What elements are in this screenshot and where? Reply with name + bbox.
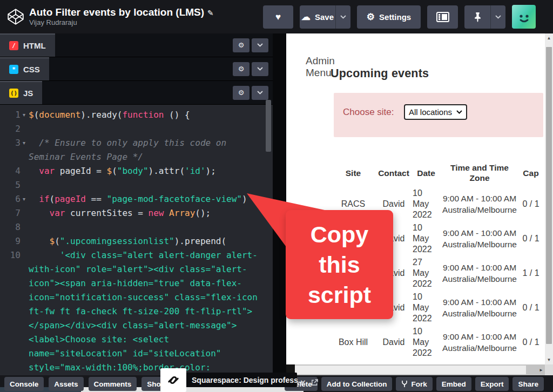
time-cell: 9:00 AM - 10:00 AMAustralia/Melbourne [442, 227, 517, 250]
contact-cell: David [377, 337, 410, 347]
column-header: Cap [517, 168, 544, 178]
embed-button[interactable]: Embed [436, 377, 471, 391]
code-line[interactable]: 3▾ /* Ensure to only apply this code on … [0, 136, 273, 164]
add-to-collection-button[interactable]: Add to Collection [321, 377, 393, 391]
fold-gutter [21, 248, 28, 375]
pin-button[interactable] [464, 5, 490, 29]
close-ad-icon[interactable]: × [300, 378, 306, 387]
fork-button[interactable]: Fork [396, 377, 432, 391]
fold-gutter [21, 178, 28, 192]
fold-gutter [21, 234, 28, 248]
choose-site-label: Choose site: [343, 107, 394, 118]
pin-dropdown-button[interactable] [490, 5, 505, 29]
css-icon: * [9, 65, 18, 74]
tab-html[interactable]: / HTML [0, 33, 55, 57]
line-number: 4 [0, 164, 21, 178]
date-cell: 27May2022 [410, 257, 442, 289]
editor-scrollbar-thumb[interactable] [266, 100, 271, 152]
time-cell: 9:00 AM - 10:00 AMAustralia/Melbourne [442, 193, 517, 215]
chevron-down-icon [340, 15, 346, 19]
code-line[interactable]: 5 [0, 178, 273, 192]
header-bar: Auto Filter events by location (LMS)✎ Vi… [0, 0, 553, 33]
fold-arrow-icon[interactable]: ▾ [21, 136, 28, 164]
code-line[interactable]: 10 '<div class="alert alert-danger alert… [0, 248, 273, 375]
code-line[interactable]: 8 [0, 220, 273, 234]
save-button[interactable]: ☁Save [300, 5, 335, 29]
contact-cell: David [377, 199, 410, 209]
date-cell: 10May2022 [410, 222, 442, 255]
column-header: Time and Time Zone [442, 163, 517, 183]
ad-controls: × [300, 375, 318, 390]
edit-title-pencil-icon[interactable]: ✎ [207, 9, 214, 17]
site-cell: Box Hill [329, 337, 377, 347]
header-actions: ♥ ☁Save ⚙Settings [263, 5, 536, 29]
like-button[interactable]: ♥ [263, 5, 293, 29]
settings-button[interactable]: ⚙Settings [357, 5, 421, 29]
code-text: var pageId = $("body").attr('id'); [28, 164, 273, 178]
console-button[interactable]: Console [4, 377, 44, 391]
line-number: 9 [0, 234, 21, 248]
squarespace-ad-tab[interactable] [160, 368, 186, 392]
js-code-editor[interactable]: 1▾$(document).ready(function () {23▾ /* … [0, 105, 273, 375]
pen-title: Auto Filter events by location (LMS) [29, 6, 204, 18]
fold-gutter [21, 164, 28, 178]
codepen-logo-icon[interactable] [5, 6, 26, 28]
export-button[interactable]: Export [475, 377, 509, 391]
css-expand-chevron-icon[interactable] [252, 62, 268, 76]
html-editor-row: / HTML ⚙ [0, 33, 273, 57]
code-line[interactable]: 2 [0, 122, 273, 136]
bottom-bar: ConsoleAssetsCommentsShortcuts Squarespa… [0, 375, 553, 392]
scroll-up-arrow-icon[interactable]: ▲ [545, 33, 553, 43]
preview-vertical-scrollbar[interactable]: ▲ ▼ [545, 33, 553, 364]
bottom-right-buttons: DeleteAdd to CollectionForkEmbedExportSh… [285, 377, 544, 391]
code-line[interactable]: 6▾ if(pageId == "page-mod-facetoface-vie… [0, 192, 273, 206]
pin-button-group [464, 5, 505, 29]
callout-text: this [319, 249, 360, 280]
fold-arrow-icon[interactable]: ▾ [21, 192, 28, 206]
smiley-face-icon [512, 5, 536, 29]
select-chevron-icon [456, 110, 462, 114]
callout-text: script [308, 280, 371, 310]
fold-arrow-icon[interactable]: ▾ [21, 108, 28, 122]
squarespace-ad-link[interactable]: Squarespace: Design profess... [186, 373, 297, 387]
html-settings-gear-icon[interactable]: ⚙ [233, 38, 249, 52]
pushpin-icon [474, 12, 482, 22]
css-editor-row: * CSS ⚙ [0, 57, 273, 81]
location-select[interactable]: All locations [404, 104, 467, 120]
save-dropdown-button[interactable] [335, 5, 350, 29]
scroll-right-arrow-icon[interactable]: ► [539, 364, 543, 375]
code-text [28, 122, 273, 136]
js-settings-gear-icon[interactable]: ⚙ [233, 86, 249, 100]
code-text [28, 220, 273, 234]
share-button[interactable]: Share [512, 377, 544, 391]
events-table-header: SiteContactDateTime and Time ZoneCap [329, 159, 544, 187]
preview-horizontal-scrollbar[interactable]: ► [286, 364, 553, 375]
assets-button[interactable]: Assets [49, 377, 83, 391]
fold-gutter [21, 220, 28, 234]
comments-button[interactable]: Comments [89, 377, 137, 391]
fork-icon [401, 380, 408, 388]
code-line[interactable]: 1▾$(document).ready(function () { [0, 108, 273, 122]
external-link-icon[interactable] [311, 379, 318, 386]
editor-pane: / HTML ⚙ * CSS ⚙ () JS ⚙ [0, 33, 273, 375]
user-avatar[interactable] [512, 5, 536, 29]
capacity-cell: 1 / 1 [517, 268, 544, 278]
js-collapse-chevron-icon[interactable] [252, 86, 268, 100]
change-view-button[interactable] [427, 5, 458, 29]
code-line[interactable]: 7 var currentSites = new Array(); [0, 206, 273, 220]
tab-js[interactable]: () JS [0, 81, 42, 104]
html-expand-chevron-icon[interactable] [252, 38, 268, 52]
tab-css[interactable]: * CSS [0, 57, 49, 80]
code-line[interactable]: 9 $(".upcomingsessionlist").prepend( [0, 234, 273, 248]
column-header: Date [410, 168, 442, 178]
horizontal-scrollbar-thumb[interactable] [295, 366, 526, 374]
line-number: 10 [0, 248, 21, 375]
code-line[interactable]: 4 var pageId = $("body").attr('id'); [0, 164, 273, 178]
scroll-down-arrow-icon[interactable]: ▼ [545, 355, 553, 364]
capacity-cell: 0 / 1 [517, 337, 544, 347]
chevron-down-icon [495, 15, 501, 19]
time-cell: 9:00 AM - 10:00 AMAustralia/Melbourne [442, 296, 517, 319]
vertical-scrollbar-thumb[interactable] [546, 47, 552, 344]
css-settings-gear-icon[interactable]: ⚙ [233, 62, 249, 76]
js-editor-row: () JS ⚙ [0, 81, 273, 105]
